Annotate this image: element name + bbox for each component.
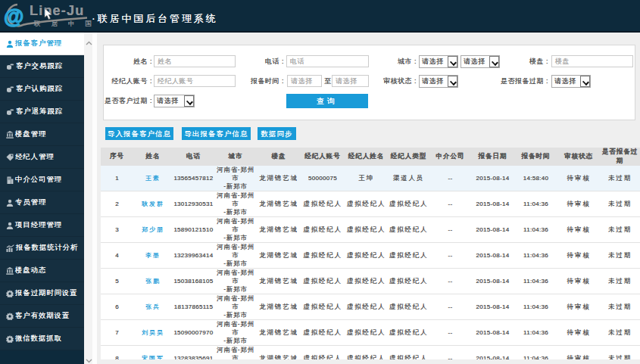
- svg-text:@: @: [4, 5, 23, 28]
